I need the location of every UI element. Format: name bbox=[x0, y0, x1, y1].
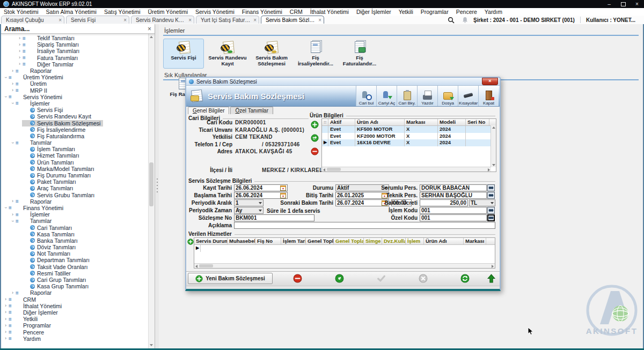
maximize-button[interactable] bbox=[616, 0, 630, 8]
user-label[interactable]: Kullanıcı : YONET... bbox=[581, 17, 641, 23]
column-header[interactable]: Fiş No bbox=[255, 238, 281, 244]
toolbar-button[interactable]: Cari bul bbox=[356, 86, 376, 106]
tree-expander-icon[interactable] bbox=[3, 297, 8, 302]
shortcut-button[interactable]: Fiş İrsaliyelendir... bbox=[295, 39, 336, 69]
new-contract-button[interactable]: Yeni Bakım Sözleşmesi bbox=[188, 273, 273, 284]
tree-item[interactable]: Servis Grubu Tanımları bbox=[1, 192, 149, 198]
document-tab[interactable]: Servis Randevu Kayıt × bbox=[131, 16, 194, 24]
tree-item[interactable]: Üretim Yönetimi bbox=[1, 74, 149, 80]
dialog-close-button[interactable]: × bbox=[482, 78, 498, 85]
company-selector[interactable]: Şirket : 2024 - 001 - DEMO SIRKET (001) bbox=[468, 17, 580, 23]
remove-product-button[interactable] bbox=[311, 147, 319, 155]
sidebar-search-clear-icon[interactable]: × bbox=[148, 25, 151, 33]
tree-expander-icon[interactable] bbox=[10, 140, 15, 145]
menu-item[interactable]: Diğer İşlemler bbox=[353, 9, 395, 15]
close-button[interactable]: × bbox=[630, 0, 644, 8]
column-header[interactable]: Aktif bbox=[328, 119, 355, 125]
tree-item[interactable]: Fiş İrsaliyelendirme bbox=[1, 126, 149, 133]
table-row[interactable]: ▶ Evet KF2000 MOTOR X 2024 bbox=[322, 133, 496, 140]
cancel-button-disabled[interactable] bbox=[419, 274, 428, 283]
scroll-down-icon[interactable] bbox=[150, 344, 153, 346]
tree-expander-icon[interactable] bbox=[10, 199, 15, 204]
tree-item[interactable]: Fatura Tanımları bbox=[1, 55, 149, 61]
column-header[interactable]: Markası bbox=[405, 119, 438, 125]
tree-item[interactable]: Pencere bbox=[1, 329, 149, 335]
tab-close-icon[interactable]: × bbox=[123, 17, 127, 23]
menu-item[interactable]: Satın Alma Yönetimi bbox=[42, 9, 100, 15]
shortcut-button[interactable]: Servis Randevu Kayıt bbox=[207, 39, 248, 69]
tab-close-icon[interactable]: × bbox=[58, 17, 62, 23]
tree-item[interactable]: İrsaliye Tanımları bbox=[1, 48, 149, 54]
tree-item[interactable]: Diğer Tanımlar bbox=[1, 61, 149, 68]
toolbar-button[interactable]: Cari Bky. bbox=[397, 86, 417, 106]
scrollbar-thumb[interactable] bbox=[149, 162, 153, 206]
tree-item[interactable]: Finans Yönetimi bbox=[1, 205, 149, 211]
menu-item[interactable]: Yetkili bbox=[395, 9, 417, 15]
tree-item[interactable]: Raporlar bbox=[1, 289, 149, 296]
table-row[interactable]: ▶ Evet KF500 MOTOR X 2024 bbox=[322, 126, 496, 133]
tree-expander-icon[interactable] bbox=[10, 212, 15, 217]
menu-item[interactable]: Üretim Yönetimi bbox=[144, 9, 192, 15]
bakim-ucreti-input[interactable]: 250,00 bbox=[420, 199, 468, 206]
tree-item[interactable]: Diğer İşlemler bbox=[1, 309, 149, 316]
tree-item[interactable]: Ürün Tanımları bbox=[1, 159, 149, 166]
baslama-tarihi-input[interactable]: 26.06.2024 bbox=[234, 192, 288, 199]
tree-item[interactable]: Raporlar bbox=[1, 198, 149, 205]
islem-kodu-input[interactable]: 001 bbox=[420, 207, 487, 214]
menu-item[interactable]: Satış Yönetimi bbox=[100, 9, 144, 15]
tab-close-icon[interactable]: × bbox=[253, 17, 257, 23]
tree-item[interactable]: İşlemler bbox=[1, 211, 149, 218]
tree-expander-icon[interactable] bbox=[10, 101, 15, 106]
menu-item[interactable]: İthalat Yönetimi bbox=[306, 9, 353, 15]
tree-item[interactable]: Yetkili bbox=[1, 316, 149, 322]
tree-item[interactable]: Servis Randevu Kayıt bbox=[1, 113, 149, 120]
delete-button[interactable] bbox=[293, 274, 302, 283]
tree-item[interactable]: Departman Tanımları bbox=[1, 257, 149, 263]
column-header[interactable]: Muhasebel... bbox=[228, 238, 255, 244]
tree-expander-icon[interactable] bbox=[10, 81, 15, 86]
tab-close-icon[interactable]: × bbox=[318, 17, 321, 23]
scroll-up-icon[interactable] bbox=[150, 36, 153, 38]
document-tab[interactable]: Servis Fişi × bbox=[66, 16, 129, 24]
column-header[interactable]: Genel Toplam bbox=[306, 238, 334, 244]
tree-expander-icon[interactable] bbox=[17, 62, 22, 66]
tab-close-icon[interactable]: × bbox=[188, 17, 192, 23]
tree-item[interactable]: Servis Yönetimi bbox=[1, 94, 149, 100]
tree-item[interactable]: Teklif Tanımları bbox=[1, 35, 149, 41]
menu-item[interactable]: Finans Yönetimi bbox=[238, 9, 286, 15]
swap-product-button[interactable] bbox=[311, 134, 319, 142]
tree-expander-icon[interactable] bbox=[3, 310, 8, 315]
dialog-titlebar[interactable]: Servis Bakım Sözleşmesi × bbox=[186, 78, 500, 86]
tree-item[interactable]: Kasa Tanımları bbox=[1, 231, 149, 237]
tree-expander-icon[interactable] bbox=[3, 330, 8, 334]
sidebar-search-input[interactable]: Arama... × bbox=[1, 24, 155, 34]
ozel-kodu-input[interactable]: 001 bbox=[420, 214, 487, 221]
tree-item[interactable]: İşlemler bbox=[1, 100, 149, 107]
minimize-button[interactable]: – bbox=[602, 0, 616, 8]
column-header[interactable]: Markası bbox=[464, 238, 486, 244]
tree-item[interactable]: İşlem Tanımları bbox=[1, 146, 149, 152]
tree-expander-icon[interactable] bbox=[10, 69, 15, 73]
tree-item[interactable]: Yardım bbox=[1, 336, 149, 342]
tree-item[interactable]: Not Tanımları bbox=[1, 250, 149, 257]
tree-item[interactable]: Tanımlar bbox=[1, 139, 149, 146]
menu-item[interactable]: Pencere bbox=[452, 9, 481, 15]
calendar-button[interactable] bbox=[280, 185, 286, 191]
person-search-button[interactable] bbox=[487, 192, 495, 199]
tree-item[interactable]: MRP II bbox=[1, 87, 149, 94]
tree-item[interactable]: Fiş Durumu Tanımları bbox=[1, 172, 149, 178]
save-button-disabled[interactable] bbox=[377, 274, 386, 283]
tree-item[interactable]: Cari Grup Tanımları bbox=[1, 277, 149, 283]
document-tab[interactable]: Yurt İçi Satış Faturası × bbox=[196, 16, 259, 24]
tree-item[interactable]: Fiş Faturalandırma bbox=[1, 133, 149, 139]
tree-item[interactable]: Döviz Tanımları bbox=[1, 244, 149, 250]
scroll-top-button[interactable] bbox=[487, 274, 496, 283]
tree-item[interactable]: Taksit Vade Oranları bbox=[1, 264, 149, 270]
toolbar-button[interactable]: Dosya bbox=[437, 86, 458, 106]
tree-item[interactable]: Araç Tanımları bbox=[1, 185, 149, 191]
table-horizontal-scrollbar[interactable] bbox=[322, 167, 491, 172]
shortcut-button[interactable]: Fiş Faturalandır... bbox=[339, 39, 380, 69]
tree-item[interactable]: Sipariş Tanımları bbox=[1, 41, 149, 48]
column-header[interactable]: Genel Toplam bbox=[334, 238, 364, 244]
menu-item[interactable]: Yardım bbox=[481, 9, 506, 15]
